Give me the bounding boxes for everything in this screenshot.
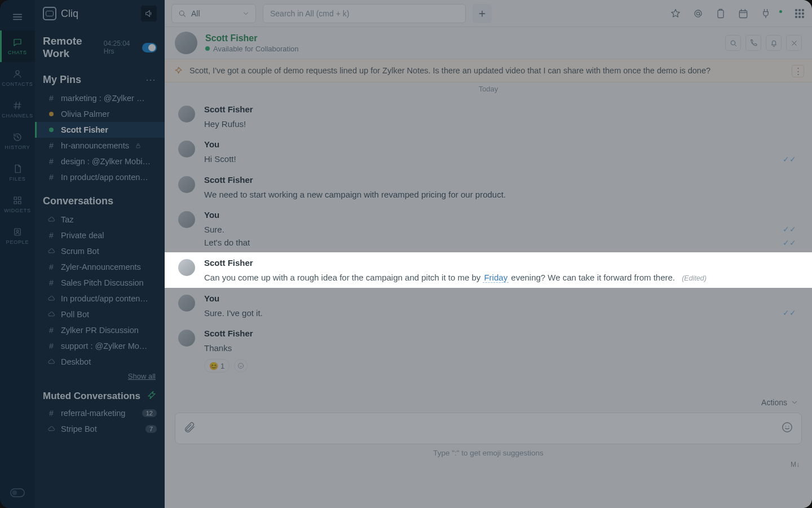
mention-icon[interactable] xyxy=(692,8,704,19)
pinned-text: Scott, I've got a couple of demo request… xyxy=(189,66,710,75)
theme-toggle[interactable] xyxy=(10,488,25,500)
rail-item-files[interactable]: FILES xyxy=(0,157,35,189)
rail-label: CHATS xyxy=(8,50,27,55)
rail-label: PEOPLE xyxy=(6,239,29,245)
muted-list: #referral-marketing12 Stripe Bot7 xyxy=(35,405,165,437)
rail-item-contacts[interactable]: CONTACTS xyxy=(0,62,35,94)
pin-item[interactable]: #design : @Zylker Mobi… xyxy=(35,154,165,169)
cloud-icon xyxy=(47,247,55,255)
cloud-icon xyxy=(47,216,55,224)
pin-item-active[interactable]: Scott Fisher xyxy=(35,122,165,138)
chat-search-button[interactable] xyxy=(725,35,741,51)
chat-peer-avatar[interactable] xyxy=(175,32,197,54)
lock-icon xyxy=(135,142,142,149)
remote-toggle[interactable] xyxy=(142,43,157,52)
speaker-button[interactable] xyxy=(141,6,157,21)
chat-call-button[interactable] xyxy=(745,35,761,51)
avatar xyxy=(178,330,195,347)
avatar xyxy=(178,211,195,228)
apps-grid-icon[interactable] xyxy=(794,8,805,19)
search-input[interactable]: Search in All (cmd + k) xyxy=(263,4,466,23)
read-ticks-icon: ✓✓ xyxy=(783,155,798,164)
sender-name: Scott Fisher xyxy=(204,175,798,185)
plug-icon[interactable] xyxy=(760,8,771,19)
convo-item[interactable]: #Private deal xyxy=(35,227,165,243)
calendar-icon[interactable] xyxy=(738,8,749,19)
muted-header: Muted Conversations xyxy=(43,391,140,402)
markdown-toggle[interactable]: M↓ xyxy=(791,461,800,468)
cloud-icon xyxy=(47,425,55,433)
rail-item-chats[interactable]: CHATS xyxy=(0,30,35,62)
convo-item[interactable]: Scrum Bot xyxy=(35,243,165,259)
convo-item[interactable]: #Zylker PR Discussion xyxy=(35,322,165,338)
svg-point-14 xyxy=(731,41,735,45)
convo-item[interactable]: #Sales Pitch Discussion xyxy=(35,275,165,291)
emoji-button[interactable] xyxy=(781,421,793,436)
compose-button[interactable]: ＋ xyxy=(473,4,492,23)
rail-label: WIDGETS xyxy=(4,208,31,213)
pin-item[interactable]: #In product/app conten… xyxy=(35,169,165,185)
svg-rect-12 xyxy=(718,10,723,17)
rail-item-channels[interactable]: CHANNELS xyxy=(0,94,35,125)
actions-dropdown[interactable]: Actions xyxy=(165,395,812,408)
convo-item[interactable]: Deskbot xyxy=(35,354,165,370)
convo-item[interactable]: In product/app conten… xyxy=(35,291,165,306)
rail-item-widgets[interactable]: WIDGETS xyxy=(0,189,35,220)
chat-notify-button[interactable] xyxy=(766,35,782,51)
message: Scott Fisher We need to start working a … xyxy=(165,169,812,204)
svg-point-15 xyxy=(239,363,244,368)
pinned-message[interactable]: Scott, I've got a couple of demo request… xyxy=(165,59,812,82)
app-brand: Cliq xyxy=(43,7,78,20)
rail-item-history[interactable]: HISTORY xyxy=(0,125,35,157)
sender-name: You xyxy=(204,294,798,303)
pins-list: #marketing : @Zylker … Olivia Palmer Sco… xyxy=(35,90,165,185)
star-icon[interactable] xyxy=(670,8,681,19)
convo-item[interactable]: #support : @Zylker Mo… xyxy=(35,338,165,354)
muted-item[interactable]: Stripe Bot7 xyxy=(35,421,165,437)
edited-label: (Edited) xyxy=(682,274,707,282)
clipboard-icon[interactable] xyxy=(715,8,726,19)
scope-value: All xyxy=(191,9,200,18)
convo-item[interactable]: Poll Bot xyxy=(35,306,165,322)
search-scope-dropdown[interactable]: All xyxy=(171,4,256,23)
add-reaction-button[interactable] xyxy=(234,359,248,373)
pinned-more-button[interactable]: ⋮ xyxy=(792,65,804,77)
chat-header: Scott Fisher Available for Collaboration xyxy=(165,27,812,59)
convos-header: Conversations xyxy=(43,195,113,207)
muted-item[interactable]: #referral-marketing12 xyxy=(35,405,165,421)
reaction-pill[interactable]: 😊1 xyxy=(204,359,230,373)
attach-button[interactable] xyxy=(183,421,196,436)
convo-item[interactable]: Taz xyxy=(35,212,165,227)
message-text: Hey Rufus! xyxy=(204,117,798,130)
pin-item[interactable]: Olivia Palmer xyxy=(35,106,165,122)
date-token[interactable]: Friday xyxy=(483,273,509,283)
hamburger-button[interactable] xyxy=(0,3,35,30)
remote-work-label: Remote Work xyxy=(43,35,104,60)
message: Scott Fisher Hey Rufus! xyxy=(165,99,812,134)
pin-icon xyxy=(173,66,183,78)
unread-badge: 7 xyxy=(145,425,157,433)
convo-item[interactable]: #Zyler-Announcements xyxy=(35,259,165,275)
search-placeholder: Search in All (cmd + k) xyxy=(270,9,349,18)
show-all-link[interactable]: Show all xyxy=(35,370,165,386)
avatar xyxy=(178,176,195,193)
composer[interactable] xyxy=(175,413,802,444)
pins-more-icon[interactable]: ⋯ xyxy=(145,73,157,86)
remote-timer: 04:25:04 Hrs xyxy=(104,40,138,55)
chat-peer-status: Available for Collaboration xyxy=(205,45,299,53)
convos-list: Taz #Private deal Scrum Bot #Zyler-Annou… xyxy=(35,212,165,370)
chevron-down-icon xyxy=(242,10,250,17)
message: You Sure.✓✓ Let's do that✓✓ xyxy=(165,204,812,253)
chat-peer-name[interactable]: Scott Fisher xyxy=(205,33,299,43)
pin-item[interactable]: #hr-announcements xyxy=(35,138,165,154)
cloud-icon xyxy=(47,295,55,303)
unread-badge: 12 xyxy=(142,409,157,417)
pin-item[interactable]: #marketing : @Zylker … xyxy=(35,90,165,106)
pins-header: My Pins xyxy=(43,74,81,86)
message: You Hi Scott!✓✓ xyxy=(165,134,812,169)
sidebar: Cliq Remote Work 04:25:04 Hrs My Pins ⋯ … xyxy=(35,0,165,508)
chat-close-button[interactable] xyxy=(786,35,802,51)
rail-item-people[interactable]: PEOPLE xyxy=(0,220,35,252)
read-ticks-icon: ✓✓ xyxy=(783,238,798,247)
avatar xyxy=(178,259,195,276)
